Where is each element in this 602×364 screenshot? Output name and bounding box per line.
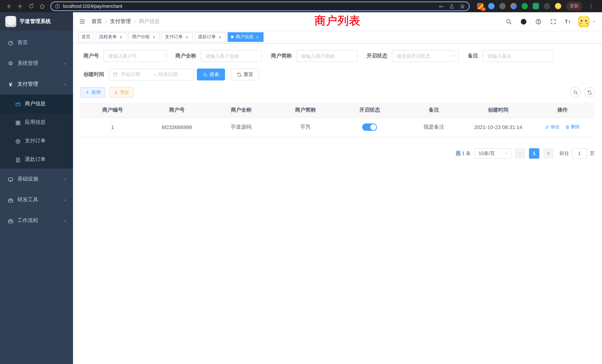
- delete-button[interactable]: 删除: [566, 124, 580, 130]
- fullscreen-icon[interactable]: [549, 17, 558, 26]
- sidebar-item-app-info[interactable]: 应用信息: [0, 113, 73, 132]
- top-navbar: 首页 / 支付管理 / 商户信息 商户列表: [73, 12, 602, 31]
- goto-page-input[interactable]: [572, 148, 587, 159]
- tab-merchant-info[interactable]: 商户信息: [228, 32, 264, 42]
- chevron-down-icon: [63, 176, 67, 182]
- app-window: 芋道管理系统 首页 ⚙ 系统管理 ¥ 支付管理: [0, 12, 602, 364]
- address-bar[interactable]: localhost:1024/pay/merchant: [50, 1, 470, 11]
- sidebar-item-payment[interactable]: ¥ 支付管理: [0, 74, 73, 95]
- add-button[interactable]: 新增: [80, 87, 105, 97]
- remark-input[interactable]: [483, 50, 554, 62]
- sidebar-menu: 首页 ⚙ 系统管理 ¥ 支付管理 商户信息: [0, 31, 73, 231]
- date-range-picker[interactable]: 开始日期 - 结束日期: [109, 69, 194, 80]
- extension-badge: 10: [480, 7, 486, 11]
- grid-icon: [15, 119, 21, 126]
- sidebar: 芋道管理系统 首页 ⚙ 系统管理 ¥ 支付管理: [0, 12, 73, 364]
- extension-icon-5[interactable]: [522, 3, 528, 9]
- full-name-input[interactable]: [201, 50, 262, 62]
- header-search-icon[interactable]: [504, 17, 513, 26]
- status-select[interactable]: [392, 50, 459, 62]
- sidebar-item-pay-orders[interactable]: 支付订单: [0, 132, 73, 150]
- extensions-area: 10 更新: [474, 1, 598, 11]
- extension-icon-3[interactable]: [499, 3, 506, 9]
- short-name-input[interactable]: [296, 50, 358, 62]
- monitor-icon: [7, 176, 14, 182]
- sidebar-item-refund-orders[interactable]: 退款订单: [0, 150, 73, 169]
- calendar-icon: [113, 72, 118, 77]
- filter-merchant-no: 商户号: [83, 50, 166, 62]
- next-page-button[interactable]: [543, 148, 553, 159]
- reset-button[interactable]: 重置: [231, 69, 259, 80]
- page-size-select[interactable]: 10条/页: [474, 148, 511, 159]
- col-remark: 备注: [402, 103, 466, 118]
- close-icon[interactable]: [151, 34, 156, 40]
- chevron-down-icon: [63, 218, 67, 224]
- tab-process-form[interactable]: 流程表单: [96, 32, 127, 42]
- close-icon[interactable]: [184, 34, 189, 40]
- prev-page-button[interactable]: [515, 148, 525, 159]
- page-annotation: 商户列表: [314, 13, 361, 29]
- extension-icon-7[interactable]: [544, 3, 550, 9]
- url-text[interactable]: localhost:1024/pay/merchant: [63, 3, 438, 9]
- font-size-icon[interactable]: [563, 17, 572, 26]
- bookmark-star-icon[interactable]: [460, 3, 465, 10]
- close-icon[interactable]: [255, 34, 260, 40]
- sidebar-item-workflow[interactable]: 工作流程: [0, 210, 73, 231]
- date-end-input[interactable]: 结束日期: [158, 71, 190, 78]
- tab-user-group[interactable]: 用户分组: [129, 32, 160, 42]
- breadcrumb-payment[interactable]: 支付管理: [110, 18, 131, 25]
- site-info-icon[interactable]: [55, 3, 60, 10]
- profile-avatar-icon[interactable]: [555, 3, 561, 9]
- browser-forward-button[interactable]: [15, 1, 25, 11]
- browser-home-button[interactable]: [37, 1, 47, 11]
- user-avatar-menu[interactable]: [578, 16, 596, 27]
- filter-remark: 备注: [468, 50, 554, 62]
- close-icon[interactable]: [118, 34, 123, 40]
- share-icon[interactable]: [449, 3, 454, 10]
- breadcrumb-home[interactable]: 首页: [92, 18, 102, 25]
- filter-status: 开启状态: [367, 50, 459, 62]
- close-icon[interactable]: [217, 34, 222, 40]
- table-row[interactable]: 1 M233666999 芋道源码 芋艿 我是备注 2021-10-23 08:…: [80, 118, 595, 137]
- sidebar-toggle-icon[interactable]: [79, 18, 86, 25]
- app-logo[interactable]: 芋道管理系统: [0, 12, 73, 31]
- tab-pay-orders[interactable]: 支付订单: [162, 32, 193, 42]
- pagination-goto: 前往 页: [559, 148, 595, 159]
- refresh-table-button[interactable]: [584, 87, 595, 97]
- browser-back-button[interactable]: [4, 1, 14, 11]
- tab-refund-orders[interactable]: 退款订单: [195, 32, 226, 42]
- cell-remark: 我是备注: [402, 118, 466, 137]
- cell-created-at: 2021-10-23 08:31:14: [466, 118, 530, 137]
- help-icon[interactable]: [534, 17, 543, 26]
- sidebar-item-infrastructure[interactable]: 基础设施: [0, 169, 73, 189]
- sidebar-item-merchant-info[interactable]: 商户信息: [0, 95, 73, 113]
- col-status: 开启状态: [337, 103, 402, 118]
- date-start-input[interactable]: 开始日期: [121, 71, 152, 78]
- chrome-update-button[interactable]: 更新: [566, 1, 582, 11]
- status-toggle[interactable]: [362, 123, 377, 131]
- tab-home[interactable]: 首页: [78, 32, 94, 42]
- page-number-1[interactable]: 1: [529, 148, 539, 159]
- toggle-search-button[interactable]: [570, 87, 580, 97]
- export-button[interactable]: 导出: [109, 87, 134, 97]
- browser-reload-button[interactable]: [26, 1, 36, 11]
- sidebar-item-system[interactable]: ⚙ 系统管理: [0, 53, 73, 74]
- navbar-actions: [504, 16, 596, 27]
- yen-icon: ¥: [7, 81, 14, 87]
- merchant-no-input[interactable]: [103, 50, 166, 62]
- cell-merchant-no: M233666999: [145, 118, 209, 137]
- password-key-icon[interactable]: [438, 3, 444, 10]
- cell-full-name: 芋道源码: [209, 118, 273, 137]
- search-button[interactable]: 搜索: [197, 69, 225, 80]
- edit-button[interactable]: 修改: [545, 124, 559, 130]
- sidebar-item-home[interactable]: 首页: [0, 32, 73, 53]
- cell-actions: 修改 删除: [530, 118, 595, 137]
- merchant-table: 商户编号 商户号 商户全称 商户简称 开启状态 备注 创建时间 操作 1: [80, 103, 595, 137]
- github-icon[interactable]: [519, 17, 528, 26]
- extension-icon-2[interactable]: [488, 3, 494, 9]
- browser-menu-icon[interactable]: [587, 1, 595, 11]
- extension-icon-4[interactable]: [510, 3, 517, 9]
- extension-icon-6[interactable]: [533, 3, 539, 9]
- extension-icon-1[interactable]: 10: [477, 3, 483, 9]
- sidebar-item-dev-tools[interactable]: 研发工具: [0, 189, 73, 210]
